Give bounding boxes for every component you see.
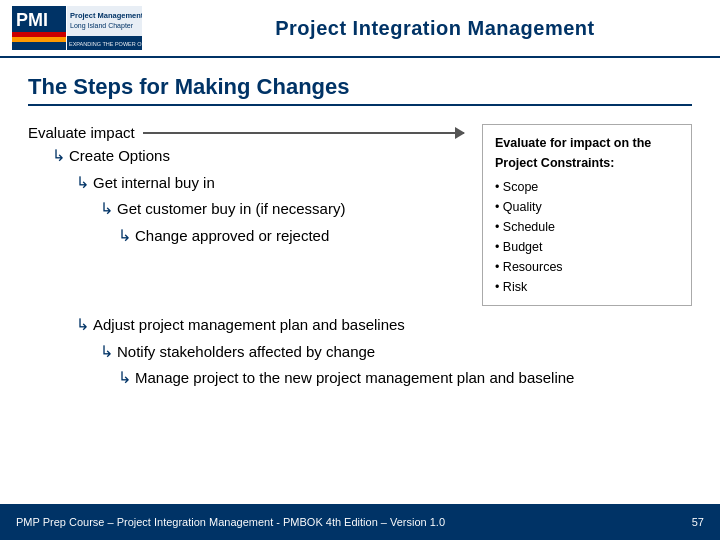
logo-area: PMI Project Management Institute Long Is… bbox=[12, 6, 142, 50]
svg-text:Project Management Institute: Project Management Institute bbox=[70, 11, 142, 20]
footer: PMP Prep Course – Project Integration Ma… bbox=[0, 504, 720, 540]
arrow-icon: ↳ bbox=[52, 145, 65, 167]
pmi-logo: PMI Project Management Institute Long Is… bbox=[12, 6, 142, 50]
arrow-icon: ↳ bbox=[76, 172, 89, 194]
arrow-icon: ↳ bbox=[100, 341, 113, 363]
step-text: Change approved or rejected bbox=[135, 225, 329, 248]
arrow-icon: ↳ bbox=[118, 225, 131, 247]
main-content: The Steps for Making Changes Evaluate im… bbox=[0, 58, 720, 504]
svg-rect-2 bbox=[12, 32, 66, 37]
constraint-resources: Resources bbox=[495, 257, 679, 277]
step-text: Get internal buy in bbox=[93, 172, 215, 195]
header: PMI Project Management Institute Long Is… bbox=[0, 0, 720, 58]
content-area: Evaluate impact ↳ Create Options ↳ Get i… bbox=[28, 124, 692, 306]
list-item: ↳ Notify stakeholders affected by change bbox=[100, 341, 692, 364]
constraint-risk: Risk bbox=[495, 277, 679, 297]
constraint-scope: Scope bbox=[495, 177, 679, 197]
constraint-budget: Budget bbox=[495, 237, 679, 257]
step-text: Adjust project management plan and basel… bbox=[93, 314, 405, 337]
list-item: ↳ Get customer buy in (if necessary) bbox=[100, 198, 472, 221]
list-item: ↳ Get internal buy in bbox=[76, 172, 472, 195]
footer-page: 57 bbox=[692, 516, 704, 528]
arrow-icon: ↳ bbox=[76, 314, 89, 336]
steps-list: Evaluate impact ↳ Create Options ↳ Get i… bbox=[28, 124, 472, 251]
svg-rect-4 bbox=[12, 42, 66, 50]
svg-text:Long Island Chapter: Long Island Chapter bbox=[70, 22, 134, 30]
svg-text:PMI: PMI bbox=[16, 10, 48, 30]
step-text: Create Options bbox=[69, 145, 170, 168]
header-title: Project Integration Management bbox=[162, 17, 708, 40]
list-item: ↳ Adjust project management plan and bas… bbox=[76, 314, 692, 337]
constraints-title: Evaluate for impact on the Project Const… bbox=[495, 133, 679, 173]
page-title: The Steps for Making Changes bbox=[28, 74, 692, 106]
bottom-steps: ↳ Adjust project management plan and bas… bbox=[28, 314, 692, 390]
list-item: ↳ Change approved or rejected bbox=[118, 225, 472, 248]
list-item: ↳ Manage project to the new project mana… bbox=[118, 367, 692, 390]
constraints-list: Scope Quality Schedule Budget Resources … bbox=[495, 177, 679, 297]
footer-text: PMP Prep Course – Project Integration Ma… bbox=[16, 516, 445, 528]
constraints-box: Evaluate for impact on the Project Const… bbox=[482, 124, 692, 306]
constraint-schedule: Schedule bbox=[495, 217, 679, 237]
arrow-icon: ↳ bbox=[118, 367, 131, 389]
step-text: Get customer buy in (if necessary) bbox=[117, 198, 345, 221]
evaluate-label: Evaluate impact bbox=[28, 124, 135, 141]
svg-rect-3 bbox=[12, 37, 66, 42]
constraint-quality: Quality bbox=[495, 197, 679, 217]
list-item: ↳ Create Options bbox=[52, 145, 472, 168]
long-arrow bbox=[143, 132, 464, 134]
step-text: Notify stakeholders affected by change bbox=[117, 341, 375, 364]
svg-text:EXPANDING THE POWER OF PROJECT: EXPANDING THE POWER OF PROJECT MANAGEMEN… bbox=[69, 41, 142, 47]
step-text: Manage project to the new project manage… bbox=[135, 367, 574, 390]
arrow-icon: ↳ bbox=[100, 198, 113, 220]
evaluate-row: Evaluate impact bbox=[28, 124, 472, 141]
